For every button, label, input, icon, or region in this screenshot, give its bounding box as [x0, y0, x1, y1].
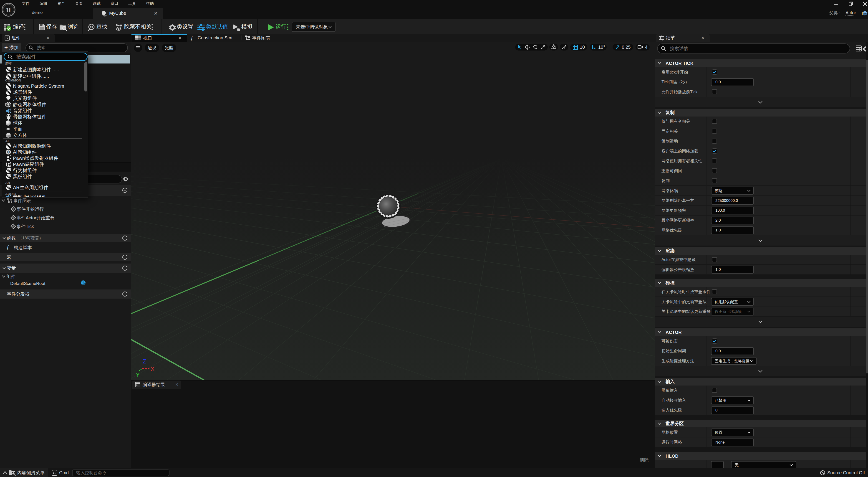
svg-text:Y: Y — [136, 371, 140, 378]
svg-text:X: X — [151, 365, 154, 372]
svg-text:Z: Z — [143, 358, 146, 365]
svg-text:u: u — [6, 5, 11, 14]
